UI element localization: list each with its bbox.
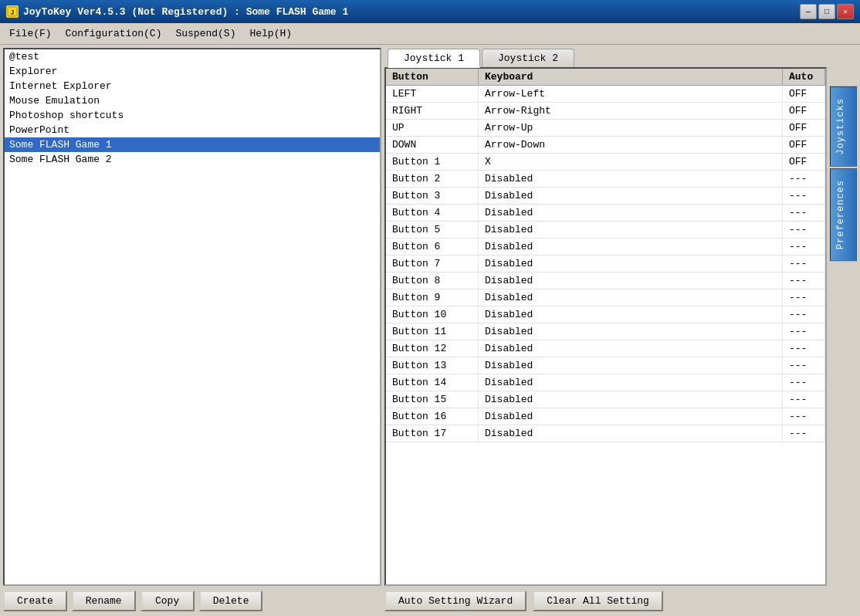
cell-auto: ---	[783, 323, 825, 340]
cell-button: Button 12	[386, 340, 479, 357]
cell-auto: OFF	[783, 120, 825, 136]
table-row[interactable]: Button 8 Disabled ---	[386, 272, 825, 289]
left-button-bar: Create Rename Copy Delete	[3, 586, 381, 613]
cell-keyboard: Disabled	[479, 425, 783, 442]
cell-button: Button 16	[386, 408, 479, 425]
cell-button: Button 7	[386, 256, 479, 272]
table-row[interactable]: Button 11 Disabled ---	[386, 323, 825, 340]
profile-item[interactable]: Internet Explorer	[5, 79, 380, 93]
table-row[interactable]: Button 2 Disabled ---	[386, 171, 825, 188]
cell-button: Button 5	[386, 222, 479, 238]
cell-keyboard: Disabled	[479, 357, 783, 374]
copy-button[interactable]: Copy	[141, 591, 195, 611]
table-row[interactable]: Button 7 Disabled ---	[386, 256, 825, 272]
cell-button: RIGHT	[386, 103, 479, 119]
table-row[interactable]: Button 1 X OFF	[386, 154, 825, 171]
table-row[interactable]: Button 12 Disabled ---	[386, 340, 825, 357]
title-bar: J JoyToKey Ver4.5.3 (Not Registered) : S…	[0, 0, 860, 23]
cell-auto: ---	[783, 425, 825, 442]
cell-auto: ---	[783, 340, 825, 357]
table-row[interactable]: DOWN Arrow-Down OFF	[386, 137, 825, 154]
cell-button: Button 10	[386, 306, 479, 323]
tab-joystick2[interactable]: Joystick 2	[482, 49, 574, 67]
col-header-button: Button	[386, 69, 479, 85]
cell-button: Button 11	[386, 323, 479, 340]
delete-button[interactable]: Delete	[199, 591, 263, 611]
cell-keyboard: Disabled	[479, 188, 783, 204]
profile-item[interactable]: Explorer	[5, 64, 380, 79]
bottom-button-bar: Auto Setting Wizard Clear All Setting	[384, 586, 827, 613]
cell-button: Button 8	[386, 272, 479, 289]
cell-button: Button 14	[386, 374, 479, 391]
table-row[interactable]: LEFT Arrow-Left OFF	[386, 86, 825, 103]
table-row[interactable]: Button 16 Disabled ---	[386, 408, 825, 425]
cell-button: Button 2	[386, 171, 479, 187]
cell-keyboard: Disabled	[479, 256, 783, 272]
cell-auto: ---	[783, 205, 825, 221]
cell-auto: OFF	[783, 103, 825, 119]
menu-suspend[interactable]: Suspend(S)	[169, 25, 242, 42]
cell-keyboard: Disabled	[479, 374, 783, 391]
profile-item[interactable]: Photoshop shortcuts	[5, 108, 380, 123]
table-row[interactable]: RIGHT Arrow-Right OFF	[386, 103, 825, 120]
table-row[interactable]: Button 5 Disabled ---	[386, 222, 825, 239]
window-controls: — □ ✕	[800, 4, 854, 19]
cell-auto: ---	[783, 357, 825, 374]
clear-all-setting-button[interactable]: Clear All Setting	[533, 591, 663, 611]
table-row[interactable]: Button 14 Disabled ---	[386, 374, 825, 391]
profile-item[interactable]: Mouse Emulation	[5, 93, 380, 108]
table-row[interactable]: Button 10 Disabled ---	[386, 306, 825, 323]
table-row[interactable]: Button 9 Disabled ---	[386, 289, 825, 306]
table-row[interactable]: Button 15 Disabled ---	[386, 391, 825, 408]
cell-auto: ---	[783, 222, 825, 238]
menu-configuration[interactable]: Configuration(C)	[59, 25, 168, 42]
vertical-tabs-panel: Joysticks Preferences	[830, 48, 857, 613]
cell-keyboard: Arrow-Up	[479, 120, 783, 136]
cell-button: UP	[386, 120, 479, 136]
tabs-container: Joystick 1 Joystick 2	[384, 48, 827, 67]
preferences-vtab[interactable]: Preferences	[830, 168, 857, 261]
minimize-button[interactable]: —	[800, 4, 817, 19]
cell-keyboard: Disabled	[479, 408, 783, 425]
table-row[interactable]: Button 3 Disabled ---	[386, 188, 825, 205]
joysticks-vtab[interactable]: Joysticks	[830, 86, 857, 167]
table-row[interactable]: UP Arrow-Up OFF	[386, 120, 825, 137]
close-button[interactable]: ✕	[837, 4, 854, 19]
create-button[interactable]: Create	[3, 591, 67, 611]
table-row[interactable]: Button 17 Disabled ---	[386, 425, 825, 442]
cell-button: Button 9	[386, 289, 479, 306]
cell-button: DOWN	[386, 137, 479, 153]
table-row[interactable]: Button 13 Disabled ---	[386, 357, 825, 374]
menu-bar: File(F) Configuration(C) Suspend(S) Help…	[0, 23, 860, 45]
table-body[interactable]: LEFT Arrow-Left OFF RIGHT Arrow-Right OF…	[386, 86, 825, 584]
tab-joystick1[interactable]: Joystick 1	[388, 49, 480, 68]
cell-keyboard: Disabled	[479, 391, 783, 408]
profile-item[interactable]: PowerPoint	[5, 123, 380, 137]
rename-button[interactable]: Rename	[72, 591, 136, 611]
cell-keyboard: Disabled	[479, 222, 783, 238]
cell-auto: ---	[783, 374, 825, 391]
svg-text:J: J	[10, 9, 14, 17]
cell-keyboard: Disabled	[479, 239, 783, 255]
cell-button: Button 4	[386, 205, 479, 221]
profile-item[interactable]: @test	[5, 49, 380, 64]
cell-auto: ---	[783, 188, 825, 204]
auto-setting-wizard-button[interactable]: Auto Setting Wizard	[384, 591, 526, 611]
profile-item[interactable]: Some FLASH Game 1	[5, 137, 380, 152]
profile-list[interactable]: @testExplorerInternet ExplorerMouse Emul…	[3, 48, 381, 586]
table-row[interactable]: Button 6 Disabled ---	[386, 239, 825, 256]
menu-file[interactable]: File(F)	[3, 25, 58, 42]
cell-button: Button 3	[386, 188, 479, 204]
table-row[interactable]: Button 4 Disabled ---	[386, 205, 825, 222]
cell-button: Button 17	[386, 425, 479, 442]
profile-item[interactable]: Some FLASH Game 2	[5, 152, 380, 167]
cell-auto: ---	[783, 171, 825, 187]
cell-auto: ---	[783, 408, 825, 425]
cell-button: LEFT	[386, 86, 479, 102]
maximize-button[interactable]: □	[818, 4, 835, 19]
cell-auto: OFF	[783, 154, 825, 170]
cell-auto: ---	[783, 289, 825, 306]
menu-help[interactable]: Help(H)	[243, 25, 298, 42]
app-icon: J	[6, 5, 19, 18]
cell-keyboard: Disabled	[479, 340, 783, 357]
